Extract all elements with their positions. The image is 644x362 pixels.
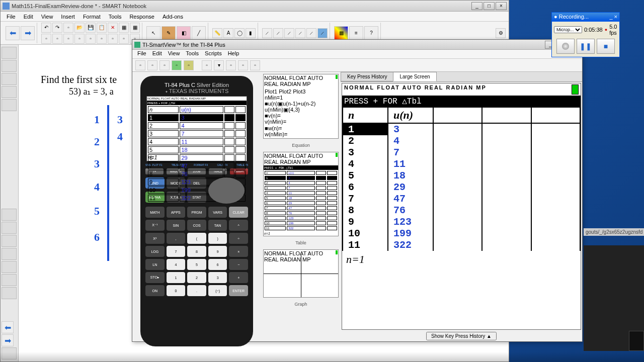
fill-tool[interactable]: ▮ [246, 28, 256, 38]
pen-color-blue[interactable]: ⟋ [317, 28, 328, 38]
calc-key-apps[interactable]: APPS [167, 207, 186, 218]
pen-style-4[interactable]: ⟋ [295, 28, 305, 38]
menu-addons[interactable]: Add-ons [158, 13, 187, 21]
calc-key-5[interactable]: 5 [187, 259, 206, 270]
sv-tb-7[interactable]: ▫ [226, 60, 236, 70]
sv-tb-8[interactable]: ▫ [238, 60, 248, 70]
calc-key-prgm[interactable]: PRGM [187, 207, 206, 218]
settings-gear-icon[interactable]: ⚙ [496, 28, 506, 38]
tb-btn-13[interactable]: ▫ [86, 34, 96, 44]
calc-key-1[interactable]: 1 [167, 272, 186, 283]
calc-key-[interactable]: ‚ [167, 233, 186, 244]
menu-format[interactable]: Format [79, 13, 105, 21]
calc-key-0[interactable]: 0 [167, 285, 186, 296]
close-button[interactable]: × [496, 2, 507, 10]
sv-tb-6[interactable]: ▫ [202, 60, 212, 70]
ruler-tool[interactable]: 📏 [212, 28, 222, 38]
calc-key-enter[interactable]: ENTER [229, 285, 248, 296]
new-page-button[interactable]: ▫ [63, 23, 73, 33]
menu-response[interactable]: Response [125, 13, 158, 21]
pen-tool[interactable]: ✎ [162, 26, 176, 40]
calc-key-2[interactable]: 2 [187, 272, 206, 283]
scroll-right-icon[interactable]: ➡ [2, 334, 14, 346]
menu-view[interactable]: View [37, 13, 57, 21]
tb-btn-10[interactable]: ▫ [52, 34, 62, 44]
menu-insert[interactable]: Insert [57, 13, 79, 21]
calc-key-7[interactable]: 7 [167, 246, 186, 257]
tb-btn-11[interactable]: ▫ [63, 34, 73, 44]
rec-close-button[interactable]: × [614, 14, 617, 20]
side-tool-6[interactable] [2, 274, 17, 286]
calc-key-[interactable]: − [229, 259, 248, 270]
stop-button[interactable]: ■ [597, 39, 615, 54]
paste-button[interactable]: 📋 [97, 23, 107, 33]
scroll-left-icon[interactable]: ⬅ [2, 321, 14, 333]
pause-button[interactable]: ❚❚ [577, 39, 595, 54]
sv-tb-1[interactable]: ▫ [135, 60, 145, 70]
shape-tool[interactable]: ◯ [234, 28, 245, 38]
sv-menu-view[interactable]: View [165, 50, 183, 58]
sv-tb-9[interactable]: ▫ [250, 60, 260, 70]
side-tool-4[interactable] [2, 248, 17, 260]
side-tool-3[interactable] [2, 235, 17, 247]
open-button[interactable]: 📂 [74, 23, 85, 33]
calc-key-math[interactable]: MATH [145, 207, 165, 218]
save-button[interactable]: 💾 [86, 23, 96, 33]
calc-key-vars[interactable]: VARS [208, 207, 227, 218]
maximize-button[interactable]: □ [484, 2, 495, 10]
tb-btn-14[interactable]: ▫ [97, 34, 107, 44]
minimize-button[interactable]: _ [471, 2, 482, 10]
tb-btn-12[interactable]: ▫ [74, 34, 85, 44]
pen-style-3[interactable]: ⟋ [284, 28, 294, 38]
color-grid-button[interactable]: ▦ [334, 26, 348, 40]
eraser-tool[interactable]: ◧ [177, 26, 191, 40]
properties-icon[interactable] [2, 86, 17, 98]
sv-tb-2[interactable]: ▫ [147, 60, 157, 70]
page-sorter-icon[interactable] [2, 47, 17, 59]
pen-style-1[interactable]: ⟋ [262, 28, 272, 38]
prev-page-button[interactable]: ⬅ [6, 26, 20, 40]
calc-key-6[interactable]: 6 [208, 259, 227, 270]
calc-key-[interactable]: (−) [208, 285, 227, 296]
calc-key-tan[interactable]: TAN [208, 220, 227, 231]
calc-dpad[interactable] [208, 177, 245, 204]
sv-tb-dropdown[interactable]: ▾ [214, 60, 224, 70]
rec-min-button[interactable]: _ [609, 14, 612, 20]
side-tool-2[interactable] [2, 222, 17, 234]
menu-edit[interactable]: Edit [20, 13, 37, 21]
pen-style-5[interactable]: ⟋ [306, 28, 316, 38]
undo-button[interactable]: ↶ [41, 23, 51, 33]
sv-menu-help[interactable]: Help [225, 50, 243, 58]
sv-tb-5[interactable]: ▫ [184, 60, 194, 70]
calc-key-ln[interactable]: LN [145, 259, 165, 270]
menu-tools[interactable]: Tools [105, 13, 126, 21]
calc-key-[interactable]: ^ [229, 220, 248, 231]
calc-key-9[interactable]: 9 [208, 246, 227, 257]
gallery-icon[interactable] [2, 60, 17, 72]
sv-menu-edit[interactable]: Edit [149, 50, 165, 58]
calc-key-[interactable]: ÷ [229, 233, 248, 244]
tab-key-history[interactable]: Key Press History [341, 72, 393, 81]
calc-key-[interactable]: × [229, 246, 248, 257]
recording-titlebar[interactable]: ● Recording... _ × [552, 13, 619, 22]
calc-key-3[interactable]: 3 [208, 272, 227, 283]
screen-shade-button[interactable]: ▦ [119, 23, 129, 33]
delete-button[interactable]: ✕ [108, 23, 118, 33]
record-button[interactable] [556, 39, 575, 54]
calc-key-4[interactable]: 4 [167, 259, 186, 270]
side-tool-1[interactable] [2, 209, 17, 221]
calc-key-[interactable]: + [229, 272, 248, 283]
calc-key-8[interactable]: 8 [187, 246, 206, 257]
calc-key-on[interactable]: ON [145, 285, 165, 296]
redo-button[interactable]: ↷ [52, 23, 62, 33]
side-tool-5[interactable] [2, 261, 17, 273]
table-button[interactable]: ▦ [130, 23, 140, 33]
calc-key-x[interactable]: X⁻¹ [145, 220, 165, 231]
select-tool[interactable]: ↖ [146, 26, 160, 40]
show-key-history-button[interactable]: Show Key Press History ▲ [426, 332, 497, 340]
calc-key-sin[interactable]: SIN [167, 220, 186, 231]
help-button[interactable]: ? [364, 26, 378, 40]
sv-tb-4[interactable]: ▫ [172, 60, 182, 70]
calc-key-[interactable]: ( [187, 233, 206, 244]
attachments-icon[interactable] [2, 73, 17, 85]
